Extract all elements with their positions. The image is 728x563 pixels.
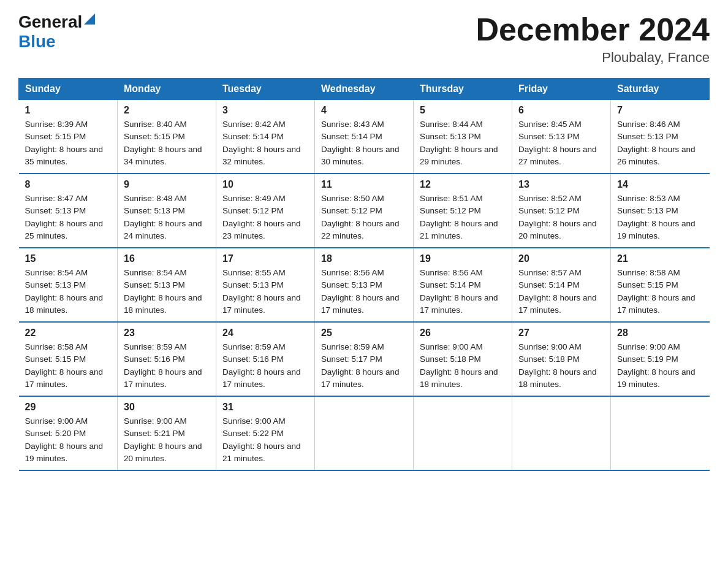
calendar-week-row: 29Sunrise: 9:00 AMSunset: 5:20 PMDayligh…: [19, 396, 710, 470]
day-number: 9: [124, 179, 210, 190]
col-friday: Friday: [512, 79, 611, 100]
logo: General Blue: [18, 12, 95, 52]
calendar-cell: 2Sunrise: 8:40 AMSunset: 5:15 PMDaylight…: [118, 100, 216, 174]
calendar-cell: 5Sunrise: 8:44 AMSunset: 5:13 PMDaylight…: [414, 100, 512, 174]
day-info: Sunrise: 8:44 AMSunset: 5:13 PMDaylight:…: [420, 118, 506, 168]
day-info: Sunrise: 8:56 AMSunset: 5:14 PMDaylight:…: [420, 267, 506, 316]
calendar-week-row: 8Sunrise: 8:47 AMSunset: 5:13 PMDaylight…: [19, 174, 710, 248]
day-number: 12: [420, 179, 506, 190]
day-info: Sunrise: 8:49 AMSunset: 5:12 PMDaylight:…: [222, 193, 308, 242]
day-number: 23: [124, 327, 210, 339]
calendar-cell: 29Sunrise: 9:00 AMSunset: 5:20 PMDayligh…: [19, 396, 118, 470]
calendar-cell: 16Sunrise: 8:54 AMSunset: 5:13 PMDayligh…: [118, 248, 216, 322]
calendar-cell: 7Sunrise: 8:46 AMSunset: 5:13 PMDaylight…: [611, 100, 710, 174]
day-number: 20: [518, 253, 604, 264]
calendar-cell: 26Sunrise: 9:00 AMSunset: 5:18 PMDayligh…: [414, 322, 512, 396]
calendar-cell: 11Sunrise: 8:50 AMSunset: 5:12 PMDayligh…: [315, 174, 414, 248]
calendar-cell: 31Sunrise: 9:00 AMSunset: 5:22 PMDayligh…: [216, 396, 315, 470]
day-number: 4: [321, 105, 407, 116]
day-info: Sunrise: 8:54 AMSunset: 5:13 PMDaylight:…: [124, 267, 210, 316]
day-number: 14: [617, 179, 703, 190]
day-info: Sunrise: 9:00 AMSunset: 5:22 PMDaylight:…: [222, 415, 308, 465]
day-number: 18: [321, 253, 407, 264]
calendar-cell: 25Sunrise: 8:59 AMSunset: 5:17 PMDayligh…: [315, 322, 414, 396]
day-info: Sunrise: 8:59 AMSunset: 5:16 PMDaylight:…: [222, 341, 308, 391]
title-block: December 2024 Ploubalay, France: [476, 12, 710, 66]
calendar-cell: 28Sunrise: 9:00 AMSunset: 5:19 PMDayligh…: [611, 322, 710, 396]
calendar-cell: [611, 396, 710, 470]
day-number: 22: [25, 327, 112, 339]
day-info: Sunrise: 8:56 AMSunset: 5:13 PMDaylight:…: [321, 267, 407, 316]
day-number: 1: [25, 105, 112, 116]
calendar-cell: 21Sunrise: 8:58 AMSunset: 5:15 PMDayligh…: [611, 248, 710, 322]
calendar-cell: 4Sunrise: 8:43 AMSunset: 5:14 PMDaylight…: [315, 100, 414, 174]
day-info: Sunrise: 9:00 AMSunset: 5:21 PMDaylight:…: [124, 415, 210, 465]
calendar-cell: [414, 396, 512, 470]
calendar-cell: 24Sunrise: 8:59 AMSunset: 5:16 PMDayligh…: [216, 322, 315, 396]
day-info: Sunrise: 8:48 AMSunset: 5:13 PMDaylight:…: [124, 193, 210, 242]
day-number: 8: [25, 179, 112, 190]
calendar-cell: 1Sunrise: 8:39 AMSunset: 5:15 PMDaylight…: [19, 100, 118, 174]
day-number: 2: [124, 105, 210, 116]
calendar-week-row: 15Sunrise: 8:54 AMSunset: 5:13 PMDayligh…: [19, 248, 710, 322]
logo-general-text: General: [18, 12, 82, 32]
day-number: 17: [222, 253, 308, 264]
day-info: Sunrise: 9:00 AMSunset: 5:18 PMDaylight:…: [518, 341, 604, 391]
calendar-cell: 15Sunrise: 8:54 AMSunset: 5:13 PMDayligh…: [19, 248, 118, 322]
day-info: Sunrise: 8:58 AMSunset: 5:15 PMDaylight:…: [617, 267, 703, 316]
day-info: Sunrise: 8:46 AMSunset: 5:13 PMDaylight:…: [617, 118, 703, 168]
location-subtitle: Ploubalay, France: [476, 50, 710, 66]
calendar-cell: 27Sunrise: 9:00 AMSunset: 5:18 PMDayligh…: [512, 322, 611, 396]
day-info: Sunrise: 8:51 AMSunset: 5:12 PMDaylight:…: [420, 193, 506, 242]
calendar-cell: 23Sunrise: 8:59 AMSunset: 5:16 PMDayligh…: [118, 322, 216, 396]
day-info: Sunrise: 8:59 AMSunset: 5:16 PMDaylight:…: [124, 341, 210, 391]
day-info: Sunrise: 8:42 AMSunset: 5:14 PMDaylight:…: [222, 118, 308, 168]
day-number: 30: [124, 402, 210, 413]
day-info: Sunrise: 8:58 AMSunset: 5:15 PMDaylight:…: [25, 341, 112, 391]
calendar-cell: 3Sunrise: 8:42 AMSunset: 5:14 PMDaylight…: [216, 100, 315, 174]
day-info: Sunrise: 8:43 AMSunset: 5:14 PMDaylight:…: [321, 118, 407, 168]
day-info: Sunrise: 8:52 AMSunset: 5:12 PMDaylight:…: [518, 193, 604, 242]
day-number: 26: [420, 327, 506, 339]
day-number: 7: [617, 105, 703, 116]
day-info: Sunrise: 8:39 AMSunset: 5:15 PMDaylight:…: [25, 118, 112, 168]
col-tuesday: Tuesday: [216, 79, 315, 100]
day-number: 19: [420, 253, 506, 264]
day-number: 5: [420, 105, 506, 116]
col-monday: Monday: [118, 79, 216, 100]
calendar-cell: 8Sunrise: 8:47 AMSunset: 5:13 PMDaylight…: [19, 174, 118, 248]
day-info: Sunrise: 8:55 AMSunset: 5:13 PMDaylight:…: [222, 267, 308, 316]
page-title: December 2024: [476, 12, 710, 47]
day-number: 25: [321, 327, 407, 339]
calendar-cell: [315, 396, 414, 470]
day-info: Sunrise: 8:45 AMSunset: 5:13 PMDaylight:…: [518, 118, 604, 168]
day-info: Sunrise: 9:00 AMSunset: 5:18 PMDaylight:…: [420, 341, 506, 391]
day-info: Sunrise: 8:59 AMSunset: 5:17 PMDaylight:…: [321, 341, 407, 391]
calendar-cell: 17Sunrise: 8:55 AMSunset: 5:13 PMDayligh…: [216, 248, 315, 322]
day-info: Sunrise: 8:47 AMSunset: 5:13 PMDaylight:…: [25, 193, 112, 242]
day-info: Sunrise: 8:40 AMSunset: 5:15 PMDaylight:…: [124, 118, 210, 168]
calendar-cell: 19Sunrise: 8:56 AMSunset: 5:14 PMDayligh…: [414, 248, 512, 322]
calendar-cell: 22Sunrise: 8:58 AMSunset: 5:15 PMDayligh…: [19, 322, 118, 396]
day-info: Sunrise: 8:57 AMSunset: 5:14 PMDaylight:…: [518, 267, 604, 316]
calendar-cell: 30Sunrise: 9:00 AMSunset: 5:21 PMDayligh…: [118, 396, 216, 470]
calendar-cell: 18Sunrise: 8:56 AMSunset: 5:13 PMDayligh…: [315, 248, 414, 322]
calendar-header-row: Sunday Monday Tuesday Wednesday Thursday…: [19, 79, 710, 100]
day-info: Sunrise: 9:00 AMSunset: 5:19 PMDaylight:…: [617, 341, 703, 391]
col-sunday: Sunday: [19, 79, 118, 100]
col-thursday: Thursday: [414, 79, 512, 100]
day-info: Sunrise: 8:50 AMSunset: 5:12 PMDaylight:…: [321, 193, 407, 242]
calendar-week-row: 1Sunrise: 8:39 AMSunset: 5:15 PMDaylight…: [19, 100, 710, 174]
calendar-cell: [512, 396, 611, 470]
day-number: 6: [518, 105, 604, 116]
day-number: 11: [321, 179, 407, 190]
day-number: 13: [518, 179, 604, 190]
calendar-cell: 14Sunrise: 8:53 AMSunset: 5:13 PMDayligh…: [611, 174, 710, 248]
col-saturday: Saturday: [611, 79, 710, 100]
day-info: Sunrise: 8:53 AMSunset: 5:13 PMDaylight:…: [617, 193, 703, 242]
logo-triangle-icon: [84, 13, 95, 25]
calendar-cell: 9Sunrise: 8:48 AMSunset: 5:13 PMDaylight…: [118, 174, 216, 248]
calendar-cell: 20Sunrise: 8:57 AMSunset: 5:14 PMDayligh…: [512, 248, 611, 322]
calendar-week-row: 22Sunrise: 8:58 AMSunset: 5:15 PMDayligh…: [19, 322, 710, 396]
calendar-table: Sunday Monday Tuesday Wednesday Thursday…: [18, 78, 710, 471]
